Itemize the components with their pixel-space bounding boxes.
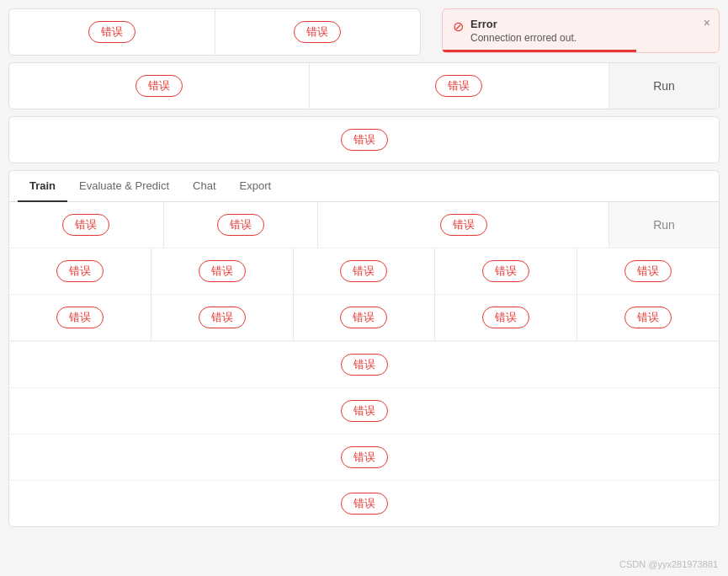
- train-cell-r2-2: 错误: [151, 248, 294, 294]
- train-cell-2: 错误: [164, 202, 319, 248]
- run-button-train[interactable]: Run: [609, 202, 719, 248]
- error-badge: 错误: [482, 260, 529, 282]
- error-badge: 错误: [199, 260, 246, 282]
- train-full-row-1: 错误: [9, 341, 719, 387]
- top-section-3: 错误: [8, 116, 720, 163]
- error-badge: 错误: [482, 307, 529, 328]
- run-button-top[interactable]: Run: [609, 63, 719, 109]
- train-cell-r3-2: 错误: [151, 295, 294, 340]
- error-toast-progress: [443, 50, 636, 52]
- error-toast-close-button[interactable]: ×: [704, 16, 710, 29]
- train-full-row-2: 错误: [9, 387, 719, 434]
- train-full-row-4: 错误: [9, 480, 719, 526]
- top-row-2: 错误 错误 Run: [9, 63, 719, 109]
- error-badge: 错误: [435, 75, 482, 97]
- tab-train[interactable]: Train: [18, 171, 67, 202]
- train-row-3: 错误 错误 错误 错误 错误: [9, 295, 719, 340]
- error-badge: 错误: [294, 21, 341, 43]
- tab-evaluate[interactable]: Evaluate & Predict: [67, 171, 181, 202]
- train-cell-r2-4: 错误: [435, 248, 577, 294]
- error-badge: 错误: [217, 214, 264, 236]
- train-cell-r2-5: 错误: [577, 248, 719, 294]
- error-badge: 错误: [340, 260, 387, 282]
- error-badge: 错误: [136, 75, 183, 97]
- error-badge: 错误: [341, 354, 388, 376]
- train-cell-r3-5: 错误: [577, 295, 719, 340]
- train-cell-r3-4: 错误: [435, 295, 577, 340]
- top-full-row: 错误: [9, 117, 719, 163]
- error-icon: ⊘: [453, 19, 464, 35]
- cell-error-4: 错误: [310, 63, 610, 109]
- top-section-1: 错误 错误: [8, 8, 421, 56]
- top-row-1: 错误 错误: [9, 9, 420, 55]
- train-full-row-3: 错误: [9, 434, 719, 480]
- error-badge: 错误: [440, 214, 487, 236]
- top-section-2: 错误 错误 Run: [8, 62, 720, 109]
- error-badge: 错误: [199, 307, 246, 328]
- train-cell-r3-1: 错误: [9, 295, 151, 340]
- tab-export[interactable]: Export: [228, 171, 284, 202]
- cell-error-2: 错误: [215, 9, 421, 55]
- error-badge: 错误: [88, 21, 136, 43]
- tabs-bar: Train Evaluate & Predict Chat Export: [8, 170, 720, 201]
- error-badge: 错误: [56, 260, 104, 282]
- train-cell-r2-3: 错误: [294, 248, 436, 294]
- error-badge: 错误: [341, 400, 388, 422]
- train-cell-1: 错误: [9, 202, 164, 248]
- train-row-1: 错误 错误 错误 Run: [9, 202, 719, 248]
- error-badge: 错误: [341, 446, 388, 468]
- error-toast-content: Error Connection errored out.: [470, 18, 692, 44]
- cell-error-3: 错误: [9, 63, 310, 109]
- error-badge: 错误: [56, 307, 104, 328]
- error-badge: 错误: [62, 214, 109, 236]
- page-wrapper: ⊘ Error Connection errored out. × 错误 错误 …: [0, 0, 728, 542]
- tabs-content: 错误 错误 错误 Run 错误 错误 错误 错误: [8, 201, 720, 527]
- train-row-2: 错误 错误 错误 错误 错误: [9, 248, 719, 294]
- error-toast-message: Connection errored out.: [470, 32, 692, 44]
- watermark: CSDN @yyx281973881: [619, 559, 718, 569]
- train-cell-r2-1: 错误: [9, 248, 151, 294]
- error-badge: 错误: [341, 129, 388, 151]
- train-cell-r3-3: 错误: [294, 295, 436, 340]
- cell-error-1: 错误: [9, 9, 215, 55]
- tab-chat[interactable]: Chat: [181, 171, 227, 202]
- error-badge: 错误: [624, 307, 672, 328]
- error-badge: 错误: [341, 493, 388, 515]
- train-cell-3: 错误: [318, 202, 609, 248]
- error-badge: 错误: [340, 307, 387, 328]
- error-toast-title: Error: [470, 18, 692, 30]
- error-toast: ⊘ Error Connection errored out. ×: [442, 8, 720, 53]
- error-badge: 错误: [624, 260, 672, 282]
